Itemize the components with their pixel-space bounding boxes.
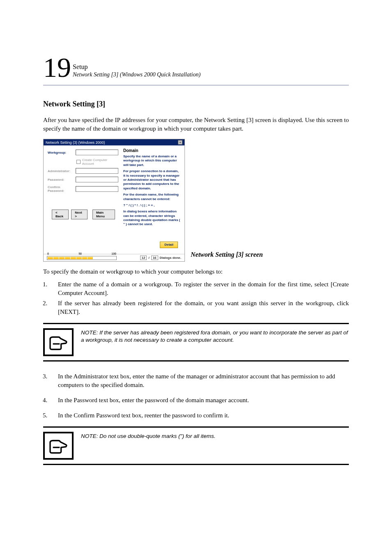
status-total: 16 — [151, 256, 158, 260]
note-text-2: NOTE: Do not use double-quote marks (") … — [81, 432, 215, 440]
right-para-4: In dialog boxes where information can be… — [123, 210, 181, 227]
intro-paragraph: After you have specified the IP addresse… — [43, 116, 349, 133]
detail-button: Detail — [160, 242, 178, 248]
note-block-2: NOTE: Do not use double-quote marks (") … — [43, 426, 349, 465]
close-icon: × — [178, 140, 182, 145]
pointing-hand-icon — [43, 432, 74, 460]
step-1: Enter the name of a domain or a workgrou… — [49, 280, 349, 297]
progress-bar: 0 50 100 — [47, 256, 117, 260]
password-input — [76, 177, 118, 182]
figure-caption: Network Setting [3] screen — [191, 251, 263, 262]
step-3: In the Administrator text box, enter the… — [49, 372, 349, 389]
note-text-1: NOTE: If the server has already been reg… — [81, 328, 349, 344]
next-button: Next > — [71, 210, 88, 219]
status-current: 12 — [140, 256, 147, 260]
header-divider — [43, 85, 349, 86]
header-subtitle: Network Setting [3] (Windows 2000 Quick … — [73, 71, 201, 79]
header-titles: Setup Network Setting [3] (Windows 2000 … — [73, 62, 201, 81]
back-button: < Back — [52, 210, 69, 219]
right-chars: ? " / ( ) * ! . \ | | ; + = , — [123, 203, 181, 207]
status-bar: 0 50 100 12 / 16 Dialogs done. — [44, 254, 184, 261]
step-4: In the Password text box, enter the pass… — [49, 396, 349, 405]
status-message: Dialogs done. — [160, 256, 181, 260]
create-account-checkbox — [76, 160, 81, 164]
list-intro: To specify the domain or workgroup to wh… — [43, 268, 349, 275]
right-para-2: For proper connection to a domain, it is… — [123, 169, 181, 191]
note-block-1: NOTE: If the server has already been reg… — [43, 323, 349, 362]
steps-list-a: Enter the name of a domain or a workgrou… — [43, 280, 349, 316]
figure-area: Network Setting (3) (Windows 2000) × Wor… — [43, 139, 349, 262]
workgroup-input — [76, 150, 118, 155]
header-setup-label: Setup — [73, 62, 201, 71]
section-heading: Network Setting [3] — [43, 100, 349, 108]
password-label: Password: — [48, 178, 73, 182]
step-2: If the server has already been registere… — [49, 299, 349, 316]
step-5: In the Confirm Password text box, reente… — [49, 411, 349, 420]
dialog-titlebar: Network Setting (3) (Windows 2000) × — [44, 139, 184, 145]
workgroup-label: Workgroup: — [48, 151, 73, 154]
confirm-password-input — [76, 186, 118, 192]
steps-list-b: In the Administrator text box, enter the… — [43, 372, 349, 420]
right-pane-heading: Domain — [123, 148, 181, 153]
administrator-label: Administrator: — [48, 169, 73, 173]
administrator-input — [76, 168, 118, 174]
right-para-1: Specify the name of a domain or a workgr… — [123, 154, 181, 167]
titlebar-text: Network Setting (3) (Windows 2000) — [46, 140, 105, 145]
right-para-3: For the domain name, the following chara… — [123, 193, 181, 201]
chapter-number: 19 — [43, 53, 71, 81]
main-menu-button: Main Menu — [92, 210, 115, 219]
create-account-label: Create Computer Account — [82, 158, 118, 166]
confirm-password-label: Confirm Password: — [48, 185, 73, 193]
page-header: 19 Setup Network Setting [3] (Windows 20… — [43, 53, 349, 81]
dialog-screenshot: Network Setting (3) (Windows 2000) × Wor… — [43, 139, 185, 262]
pointing-hand-icon — [43, 328, 74, 356]
